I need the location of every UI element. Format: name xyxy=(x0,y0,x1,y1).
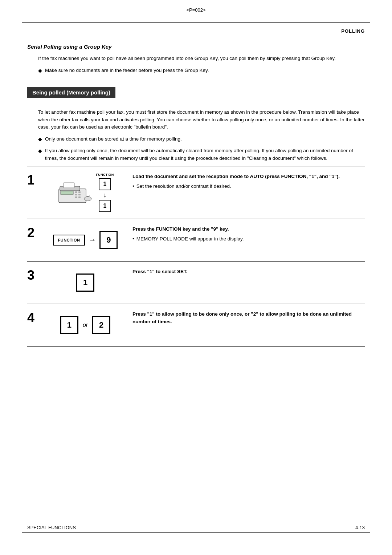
key-2-step4: 2 xyxy=(92,316,110,334)
key-1-step3: 1 xyxy=(76,274,94,292)
step-3-description: Press "1" to select SET. xyxy=(125,268,365,276)
key-1-step4: 1 xyxy=(60,316,78,334)
svg-rect-9 xyxy=(61,191,73,195)
key-9-step2: 9 xyxy=(99,231,118,249)
step-2-description: Press the FUNCTION key and the "9" key. … xyxy=(125,226,365,243)
or-label-step4: or xyxy=(83,322,88,328)
step-1-description: Load the document and set the reception … xyxy=(125,173,365,190)
bullet-dot-step1: • xyxy=(132,183,134,190)
bottom-border xyxy=(22,532,370,533)
page-number-top: <P=002> xyxy=(186,7,205,13)
being-polled-body: To let another fax machine poll your fax… xyxy=(38,109,365,131)
key-1a-step1: 1 xyxy=(99,178,111,190)
being-polled-header: Being polled (Memory polling) xyxy=(27,87,115,98)
step-2-illustration: FUNCTION → 9 xyxy=(45,226,125,255)
function-label-step1: FUNCTION xyxy=(96,173,114,177)
svg-rect-3 xyxy=(75,191,77,193)
step-2-row: 2 FUNCTION → 9 Press the FUNCTION key an… xyxy=(27,219,365,261)
step-4-bold: Press "1" to allow polling to be done on… xyxy=(132,311,352,324)
step-1-number: 1 xyxy=(27,174,45,187)
function-btn-step2: FUNCTION xyxy=(53,235,85,246)
step-3-number: 3 xyxy=(27,269,45,282)
diamond-icon-2: ◆ xyxy=(38,135,42,143)
serial-polling-bullet: ◆ Make sure no documents are in the feed… xyxy=(38,67,365,75)
being-polled-bullet1: ◆ Only one document can be stored at a t… xyxy=(38,135,365,143)
step-3-illustration: 1 xyxy=(45,268,125,297)
page: <P=002> POLLING Serial Polling using a G… xyxy=(0,0,392,555)
svg-rect-6 xyxy=(78,194,81,195)
step-1-illustration: FUNCTION 1 ↓ 1 xyxy=(45,173,125,212)
fax-machine-icon xyxy=(57,180,93,205)
top-border xyxy=(22,22,370,23)
step-2-bullet-text: MEMORY POLL MODE will appear in the disp… xyxy=(136,235,244,243)
being-polled-bullet2: ◆ If you allow polling only once, the do… xyxy=(38,147,365,162)
footer-right: 4-13 xyxy=(355,525,365,530)
bullet-dot-step2: • xyxy=(132,235,134,243)
procedure-container: 1 xyxy=(27,166,365,347)
serial-polling-title: Serial Polling using a Group Key xyxy=(27,44,365,50)
step-2-number: 2 xyxy=(27,226,45,239)
step-3-row: 3 1 Press "1" to select SET. xyxy=(27,261,365,304)
footer-left: SPECIAL FUNCTIONS xyxy=(27,525,76,530)
diamond-icon-1: ◆ xyxy=(38,67,42,75)
svg-rect-4 xyxy=(78,191,81,193)
step-1-bold: Load the document and set the reception … xyxy=(132,174,340,179)
step-3-bold: Press "1" to select SET. xyxy=(132,269,188,274)
serial-polling-body: If the fax machines you want to poll hav… xyxy=(38,55,365,62)
main-content: Serial Polling using a Group Key If the … xyxy=(27,40,365,526)
header-right: POLLING xyxy=(341,28,365,34)
svg-rect-5 xyxy=(75,194,77,195)
step-4-number: 4 xyxy=(27,311,45,324)
step-2-bold: Press the FUNCTION key and the "9" key. xyxy=(132,226,229,232)
step-4-row: 4 1 or 2 Press "1" to allow polling to b… xyxy=(27,304,365,347)
step-4-description: Press "1" to allow polling to be done on… xyxy=(125,311,365,326)
diamond-icon-3: ◆ xyxy=(38,147,42,155)
footer: SPECIAL FUNCTIONS 4-13 xyxy=(27,525,365,530)
arrow-right-step2: → xyxy=(89,236,96,244)
step-4-illustration: 1 or 2 xyxy=(45,311,125,340)
step-1-row: 1 xyxy=(27,166,365,219)
step-1-bullet-text: Set the resolution and/or contrast if de… xyxy=(136,183,231,190)
svg-rect-2 xyxy=(64,183,74,188)
key-1b-step1: 1 xyxy=(99,200,111,212)
svg-rect-7 xyxy=(75,197,77,198)
arrow-down-step1: ↓ xyxy=(103,192,107,198)
svg-rect-8 xyxy=(78,197,81,198)
